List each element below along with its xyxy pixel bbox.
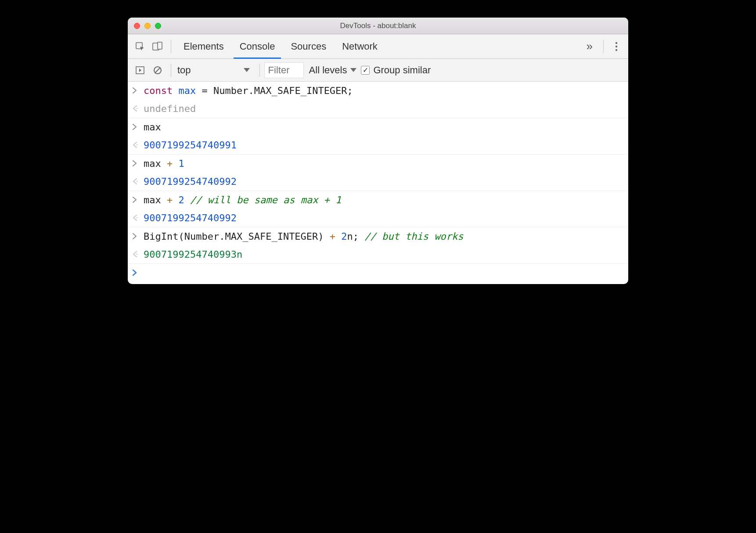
device-toolbar-icon[interactable] (150, 39, 166, 54)
console-line-code[interactable]: 9007199254740992 (144, 212, 237, 223)
output-chevron-icon (132, 176, 144, 185)
clear-console-icon[interactable] (150, 62, 166, 78)
group-similar-checkbox[interactable]: ✓ (361, 66, 370, 75)
output-chevron-icon (132, 140, 144, 148)
svg-line-8 (155, 68, 160, 72)
settings-menu-icon[interactable] (608, 41, 625, 52)
tab-sources[interactable]: Sources (283, 34, 334, 58)
svg-rect-2 (158, 42, 162, 49)
console-line-code[interactable]: 9007199254740992 (144, 176, 237, 187)
console-line-code[interactable]: 9007199254740993n (144, 249, 242, 260)
console-line-code[interactable]: max + 1 (144, 158, 184, 169)
log-levels-label: All levels (309, 65, 347, 76)
svg-point-10 (137, 144, 138, 146)
input-chevron-icon (132, 194, 144, 203)
more-tabs-icon[interactable]: » (580, 40, 599, 53)
log-levels-selector[interactable]: All levels (309, 65, 357, 76)
console-input-row: max + 1 (128, 155, 628, 173)
toolbar-separator (603, 40, 604, 53)
tab-console[interactable]: Console (232, 34, 283, 58)
svg-point-4 (616, 45, 617, 47)
console-prompt-input[interactable] (144, 267, 145, 275)
filterbar-separator (259, 64, 260, 77)
console-input-row: BigInt(Number.MAX_SAFE_INTEGER) + 2n; //… (128, 227, 628, 245)
devtools-window: DevTools - about:blank ElementsConsoleSo… (128, 18, 628, 284)
window-titlebar[interactable]: DevTools - about:blank (128, 18, 628, 34)
tab-network[interactable]: Network (334, 34, 385, 58)
execution-context-label: top (177, 65, 191, 76)
console-input-row: max + 2 // will be same as max + 1 (128, 191, 628, 209)
output-chevron-icon (132, 103, 144, 112)
group-similar-label: Group similar (373, 65, 431, 76)
input-chevron-icon (132, 158, 144, 167)
console-filter-input[interactable] (264, 62, 304, 78)
tab-elements[interactable]: Elements (176, 34, 232, 58)
toggle-sidebar-icon[interactable] (132, 62, 148, 78)
svg-point-9 (137, 108, 138, 109)
filterbar-separator (171, 64, 171, 77)
chevron-down-icon (350, 68, 356, 72)
console-output-row: 9007199254740992 (128, 209, 628, 227)
console-output: const max = Number.MAX_SAFE_INTEGER;unde… (128, 82, 628, 264)
output-chevron-icon (132, 212, 144, 221)
svg-point-12 (137, 217, 138, 219)
inspect-element-icon[interactable] (132, 39, 148, 54)
prompt-chevron-icon (132, 267, 144, 276)
input-chevron-icon (132, 231, 144, 240)
chevron-down-icon (244, 68, 250, 72)
console-output-row: undefined (128, 100, 628, 118)
svg-point-13 (137, 254, 138, 255)
console-line-code[interactable]: max (144, 122, 161, 133)
svg-point-11 (137, 181, 138, 182)
console-line-code[interactable]: 9007199254740991 (144, 140, 237, 151)
panel-tabs: ElementsConsoleSourcesNetwork (176, 34, 385, 58)
console-line-code[interactable]: const max = Number.MAX_SAFE_INTEGER; (144, 85, 353, 96)
svg-point-5 (616, 49, 617, 50)
console-output-row: 9007199254740992 (128, 173, 628, 191)
console-filter-bar: top All levels ✓ Group similar (128, 59, 628, 82)
console-line-code[interactable]: BigInt(Number.MAX_SAFE_INTEGER) + 2n; //… (144, 231, 464, 242)
window-title: DevTools - about:blank (128, 22, 628, 30)
console-prompt-row[interactable] (128, 264, 628, 280)
devtools-main-toolbar: ElementsConsoleSourcesNetwork » (128, 34, 628, 59)
execution-context-selector[interactable]: top (176, 65, 255, 76)
console-input-row: const max = Number.MAX_SAFE_INTEGER; (128, 82, 628, 100)
output-chevron-icon (132, 249, 144, 258)
console-output-row: 9007199254740993n (128, 245, 628, 264)
console-line-code[interactable]: max + 2 // will be same as max + 1 (144, 194, 341, 205)
input-chevron-icon (132, 85, 144, 94)
toolbar-separator (171, 40, 171, 53)
console-output-row: 9007199254740991 (128, 136, 628, 155)
svg-point-3 (616, 42, 617, 43)
input-chevron-icon (132, 122, 144, 130)
console-input-row: max (128, 118, 628, 136)
console-line-code[interactable]: undefined (144, 103, 196, 114)
